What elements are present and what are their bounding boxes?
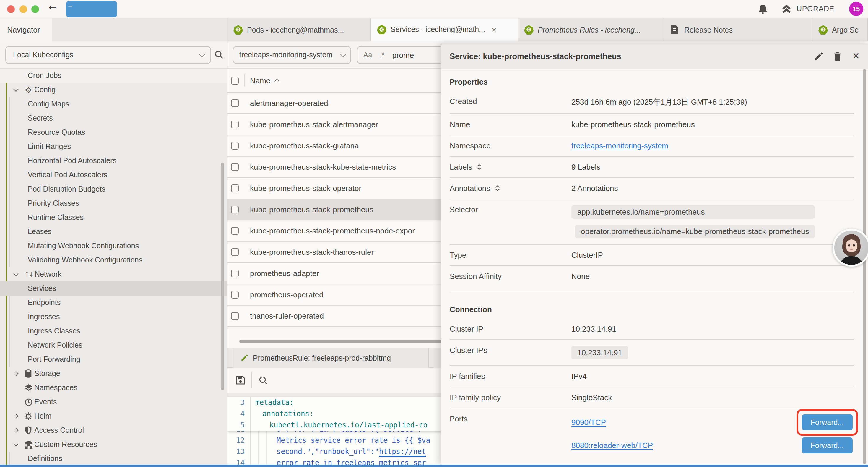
regex-toggle[interactable]: .* — [380, 51, 384, 59]
drawer-scrollbar[interactable] — [863, 69, 866, 464]
sidebar-item-mutating-webhook-configurations[interactable]: Mutating Webhook Configurations — [0, 239, 227, 253]
port-line: 9090/TCP Forward... — [571, 414, 854, 430]
match-case-toggle[interactable]: Aa — [363, 51, 372, 59]
sidebar-item-endpoints[interactable]: Endpoints — [0, 296, 227, 310]
namespace-link[interactable]: freeleaps-monitoring-system — [571, 141, 668, 150]
forward-button[interactable]: Forward... — [802, 437, 852, 454]
namespaces-icon — [24, 384, 32, 391]
property-row-cluster-ip: Cluster IP 10.233.14.91 — [450, 319, 854, 340]
sidebar-item-runtime-classes[interactable]: Runtime Classes — [0, 210, 227, 225]
edit-pencil-icon[interactable] — [814, 52, 824, 61]
close-window-button[interactable] — [7, 5, 15, 13]
sidebar-item-network-policies[interactable]: Network Policies — [0, 338, 227, 352]
tab-prometheus-rules[interactable]: ☸ Prometheus Rules - icecheng... — [518, 18, 664, 41]
sidebar-item-custom-resources[interactable]: Custom Resources — [0, 437, 227, 451]
row-checkbox[interactable] — [231, 99, 239, 107]
row-checkbox[interactable] — [231, 248, 239, 256]
sidebar-item-network[interactable]: ↑↓ Network — [0, 267, 227, 282]
window-titlebar: ← → UPGRADE 15 — [0, 0, 868, 18]
sidebar-item-storage[interactable]: Storage — [0, 367, 227, 381]
sidebar-search-icon[interactable] — [215, 50, 223, 59]
drawer-header: Service: kube-prometheus-stack-prometheu… — [441, 44, 868, 69]
sidebar-item-priority-classes[interactable]: Priority Classes — [0, 196, 227, 210]
document-icon — [670, 25, 678, 34]
chevron-right-icon — [12, 429, 20, 432]
row-checkbox[interactable] — [231, 121, 239, 128]
status-accent-bar — [0, 465, 868, 467]
select-all-checkbox[interactable] — [231, 77, 239, 84]
row-checkbox[interactable] — [231, 291, 239, 298]
forward-arrow-icon[interactable]: → — [66, 1, 117, 17]
sidebar-item-vertical-pod-autoscalers[interactable]: Vertical Pod Autoscalers — [0, 168, 227, 182]
sidebar-item-resource-quotas[interactable]: Resource Quotas — [0, 125, 227, 140]
navigator-panel-tab[interactable]: Navigator — [0, 18, 52, 41]
sidebar-item-events[interactable]: Events — [0, 395, 227, 409]
navigator-sidebar: Local Kubeconfigs Cron Jobs ⚙ Config Con… — [0, 41, 227, 465]
network-arrows-icon: ↑↓ — [24, 270, 33, 278]
sidebar-item-port-forwarding[interactable]: Port Forwarding — [0, 352, 227, 367]
sidebar-item-config[interactable]: ⚙ Config — [0, 83, 227, 97]
save-icon[interactable] — [236, 375, 245, 385]
sidebar-item-validating-webhook-configurations[interactable]: Validating Webhook Configurations — [0, 253, 227, 267]
tab-services[interactable]: ☸ Services - icecheng@math... ✕ — [371, 18, 518, 41]
code-url-link: https://net — [379, 447, 426, 456]
port-link-9090[interactable]: 9090/TCP — [571, 418, 606, 427]
sidebar-item-access-control[interactable]: Access Control — [0, 423, 227, 437]
sidebar-item-services[interactable]: Services — [0, 282, 227, 296]
delete-trash-icon[interactable] — [834, 52, 842, 61]
notification-count-badge[interactable]: 15 — [849, 2, 863, 16]
upgrade-button[interactable]: UPGRADE — [781, 4, 834, 13]
row-checkbox[interactable] — [231, 312, 239, 320]
sidebar-item-definitions[interactable]: Definitions — [0, 451, 227, 465]
tab-pods[interactable]: ☸ Pods - icecheng@mathmas... — [227, 18, 371, 41]
kubernetes-icon: ☸ — [524, 25, 533, 35]
property-row-cluster-ips: Cluster IPs 10.233.14.91 — [450, 340, 854, 366]
sidebar-item-cron-jobs[interactable]: Cron Jobs — [0, 68, 227, 83]
indent-guide — [258, 431, 259, 465]
sidebar-item-ingress-classes[interactable]: Ingress Classes — [0, 324, 227, 338]
close-icon[interactable]: ✕ — [852, 52, 860, 61]
selector-chip: app.kubernetes.io/name=prometheus — [571, 205, 815, 219]
namespace-filter-dropdown[interactable]: freeleaps-monitoring-system — [233, 46, 351, 64]
property-row-namespace: Namespace freeleaps-monitoring-system — [450, 135, 854, 157]
forward-button[interactable]: Forward... — [802, 414, 852, 430]
kubeconfig-selector[interactable]: Local Kubeconfigs — [5, 46, 211, 64]
sidebar-item-pod-disruption-budgets[interactable]: Pod Disruption Budgets — [0, 182, 227, 196]
expand-collapse-icon[interactable] — [476, 164, 483, 170]
maximize-window-button[interactable] — [31, 5, 39, 13]
edit-pencil-icon — [241, 354, 248, 362]
sidebar-item-secrets[interactable]: Secrets — [0, 111, 227, 125]
sidebar-item-config-maps[interactable]: Config Maps — [0, 97, 227, 111]
name-column-header[interactable]: Name — [250, 76, 279, 85]
sidebar-item-ingresses[interactable]: Ingresses — [0, 310, 227, 324]
back-arrow-icon[interactable]: ← — [49, 1, 57, 13]
property-row-type: Type ClusterIP — [450, 245, 854, 266]
sidebar-item-helm[interactable]: Helm — [0, 409, 227, 423]
sidebar-item-namespaces[interactable]: Namespaces — [0, 381, 227, 395]
sidebar-scrollbar[interactable] — [221, 163, 224, 390]
cluster-ip-chip: 10.233.14.91 — [571, 346, 628, 359]
sidebar-item-leases[interactable]: Leases — [0, 225, 227, 239]
sidebar-item-limit-ranges[interactable]: Limit Ranges — [0, 140, 227, 154]
tab-release-notes[interactable]: Release Notes — [664, 18, 812, 41]
row-checkbox[interactable] — [231, 142, 239, 150]
tab-argo[interactable]: ☸ Argo Se — [812, 18, 868, 41]
editor-tab-prometheusrule[interactable]: PrometheusRule: freeleaps-prod-rabbitmq — [233, 348, 429, 368]
row-checkbox[interactable] — [231, 206, 239, 213]
expand-collapse-icon[interactable] — [494, 185, 500, 192]
editor-search-icon[interactable] — [259, 376, 268, 384]
property-row-selector: Selector app.kubernetes.io/name=promethe… — [450, 199, 854, 245]
port-link-8080[interactable]: 8080:reloader-web/TCP — [571, 441, 653, 450]
minimize-window-button[interactable] — [20, 5, 27, 13]
close-tab-icon[interactable]: ✕ — [492, 26, 497, 33]
chevron-right-icon — [12, 414, 20, 418]
row-checkbox[interactable] — [231, 184, 239, 192]
row-checkbox[interactable] — [231, 163, 239, 171]
resource-tree: Cron Jobs ⚙ Config Config Maps Secrets R… — [0, 68, 227, 465]
user-avatar[interactable] — [833, 229, 868, 267]
sidebar-item-horizontal-pod-autoscalers[interactable]: Horizontal Pod Autoscalers — [0, 154, 227, 168]
notifications-bell-icon[interactable] — [758, 4, 768, 14]
row-checkbox[interactable] — [231, 269, 239, 277]
kubernetes-icon: ☸ — [818, 25, 828, 35]
row-checkbox[interactable] — [231, 227, 239, 235]
